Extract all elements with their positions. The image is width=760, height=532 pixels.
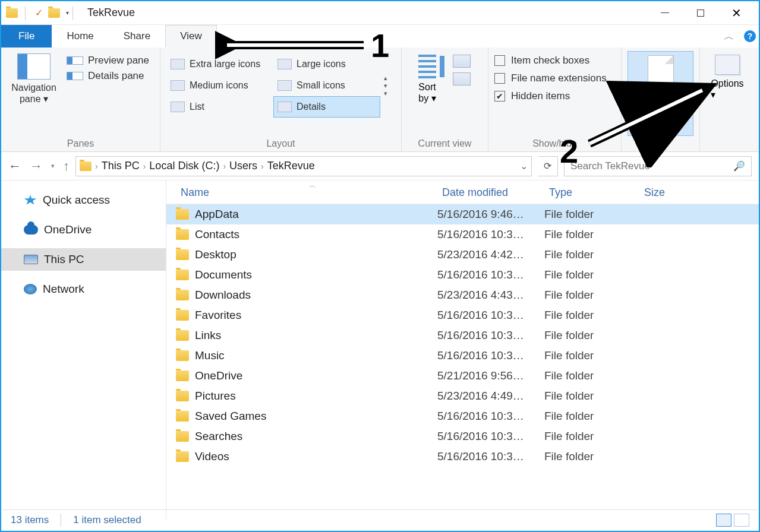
file-type: File folder — [544, 410, 639, 423]
thumbnails-view-icon[interactable] — [734, 514, 749, 527]
checkbox-checked-icon — [494, 91, 505, 102]
tab-view[interactable]: View — [165, 25, 217, 48]
file-type: File folder — [544, 430, 639, 443]
file-date: 5/16/2016 10:3… — [437, 228, 544, 241]
sort-icon — [418, 55, 436, 78]
file-name: Desktop — [195, 248, 236, 261]
layout-list[interactable]: List — [166, 96, 273, 118]
file-name: Favorites — [195, 309, 241, 322]
address-bar[interactable]: › This PC › Local Disk (C:) › Users › Te… — [75, 156, 532, 176]
layout-small-icons[interactable]: Small icons — [273, 75, 380, 96]
file-row[interactable]: Music5/16/2016 10:3…File folder — [166, 346, 759, 366]
header-size[interactable]: Size — [639, 186, 699, 199]
layout-large-icons[interactable]: Large icons — [273, 53, 380, 75]
folder-icon — [176, 270, 189, 280]
chevron-right-icon[interactable]: › — [95, 162, 98, 171]
header-name[interactable]: Name — [176, 186, 437, 199]
sidebar-quick-access[interactable]: Quick access — [1, 189, 166, 211]
tab-file[interactable]: File — [1, 25, 52, 48]
file-date: 5/16/2016 9:46… — [437, 208, 544, 221]
back-button[interactable]: ← — [8, 159, 21, 174]
file-row[interactable]: OneDrive5/21/2016 9:56…File folder — [166, 366, 759, 386]
layout-scroll[interactable]: ▴▾▾ — [380, 53, 391, 118]
history-dropdown-icon[interactable]: ▾ — [51, 162, 55, 170]
layout-icon — [171, 102, 185, 112]
header-type[interactable]: Type — [544, 186, 639, 199]
header-date[interactable]: Date modified — [437, 186, 544, 199]
new-folder-icon[interactable] — [48, 8, 60, 18]
maximize-button[interactable] — [683, 1, 718, 25]
details-pane-button[interactable]: Details pane — [67, 70, 149, 82]
item-check-boxes-toggle[interactable]: Item check boxes — [494, 55, 607, 66]
breadcrumb-users[interactable]: Users — [229, 160, 257, 172]
file-type: File folder — [544, 309, 639, 322]
collapse-ribbon-icon[interactable]: ︿ — [717, 25, 741, 48]
minimize-button[interactable] — [647, 1, 683, 25]
file-row[interactable]: Contacts5/16/2016 10:3…File folder — [166, 224, 759, 245]
hide-selected-items-button[interactable]: Hide selected items — [627, 51, 693, 136]
preview-pane-button[interactable]: Preview pane — [67, 55, 149, 66]
layout-icon — [277, 59, 292, 69]
navigation-pane-button[interactable]: Navigation pane ▾ — [7, 51, 61, 136]
file-row[interactable]: Videos5/16/2016 10:3…File folder — [166, 446, 759, 467]
checkbox-icon — [494, 55, 505, 66]
cloud-icon — [24, 225, 38, 235]
details-view-icon[interactable] — [716, 514, 731, 527]
file-row[interactable]: Saved Games5/16/2016 10:3…File folder — [166, 406, 759, 426]
file-row[interactable]: Desktop5/23/2016 4:42…File folder — [166, 245, 759, 265]
file-row[interactable]: Favorites5/16/2016 10:3…File folder — [166, 305, 759, 325]
group-show-hide-label: Show/hide — [494, 136, 615, 151]
address-dropdown-icon[interactable]: ⌄ — [520, 160, 528, 172]
breadcrumb-current[interactable]: TekRevue — [267, 160, 315, 172]
file-type: File folder — [544, 329, 639, 342]
sort-by-button[interactable]: Sort by ▾ — [408, 51, 447, 136]
sidebar-network[interactable]: Network — [1, 278, 166, 300]
up-button[interactable]: ↑ — [63, 159, 70, 174]
file-name: Downloads — [195, 289, 251, 302]
breadcrumb-disk[interactable]: Local Disk (C:) — [149, 160, 219, 172]
help-button[interactable]: ? — [741, 25, 759, 48]
chevron-right-icon[interactable]: › — [261, 162, 264, 171]
search-icon[interactable]: 🔍 — [733, 160, 745, 172]
tab-share[interactable]: Share — [109, 25, 165, 48]
layout-extra-large-icons[interactable]: Extra large icons — [166, 53, 273, 75]
file-name: Contacts — [195, 228, 239, 241]
options-button[interactable]: Options▾ — [706, 51, 749, 136]
separator — [72, 7, 73, 20]
up-icon: ▴ — [384, 75, 387, 81]
chevron-right-icon[interactable]: › — [143, 162, 146, 171]
file-type: File folder — [544, 208, 639, 221]
search-box[interactable]: 🔍 — [564, 156, 752, 176]
file-type: File folder — [544, 228, 639, 241]
file-row[interactable]: Searches5/16/2016 10:3…File folder — [166, 426, 759, 446]
chevron-right-icon[interactable]: › — [223, 162, 226, 171]
breadcrumb-this-pc[interactable]: This PC — [102, 160, 140, 172]
file-list: ︿ Name Date modified Type Size AppData5/… — [166, 180, 759, 519]
close-button[interactable]: ✕ — [718, 1, 754, 25]
size-columns-button[interactable] — [453, 72, 471, 86]
file-row[interactable]: Links5/16/2016 10:3…File folder — [166, 325, 759, 346]
properties-icon[interactable]: ✓ — [33, 7, 45, 19]
folder-icon — [176, 290, 189, 300]
file-row[interactable]: Downloads5/23/2016 4:43…File folder — [166, 285, 759, 305]
add-columns-button[interactable] — [453, 55, 471, 68]
forward-button[interactable]: → — [30, 159, 43, 174]
file-name: Videos — [195, 450, 229, 463]
sidebar-this-pc[interactable]: This PC — [1, 248, 166, 271]
hidden-items-toggle[interactable]: Hidden items — [494, 90, 607, 102]
file-row[interactable]: Documents5/16/2016 10:3…File folder — [166, 265, 759, 285]
file-row[interactable]: Pictures5/23/2016 4:49…File folder — [166, 386, 759, 406]
sidebar-onedrive[interactable]: OneDrive — [1, 218, 166, 241]
tab-home[interactable]: Home — [52, 25, 108, 48]
qat-dropdown-icon[interactable]: ▾ — [66, 10, 69, 16]
layout-medium-icons[interactable]: Medium icons — [166, 75, 273, 96]
file-type: File folder — [544, 390, 639, 403]
file-name-extensions-toggle[interactable]: File name extensions — [494, 72, 607, 84]
file-name: Music — [195, 349, 225, 362]
refresh-button[interactable]: ⟳ — [538, 156, 558, 176]
layout-details[interactable]: Details — [273, 96, 380, 118]
folder-icon — [176, 209, 189, 220]
window-controls: ✕ — [647, 1, 754, 25]
search-input[interactable] — [570, 160, 733, 172]
file-row[interactable]: AppData5/16/2016 9:46…File folder — [166, 204, 759, 224]
